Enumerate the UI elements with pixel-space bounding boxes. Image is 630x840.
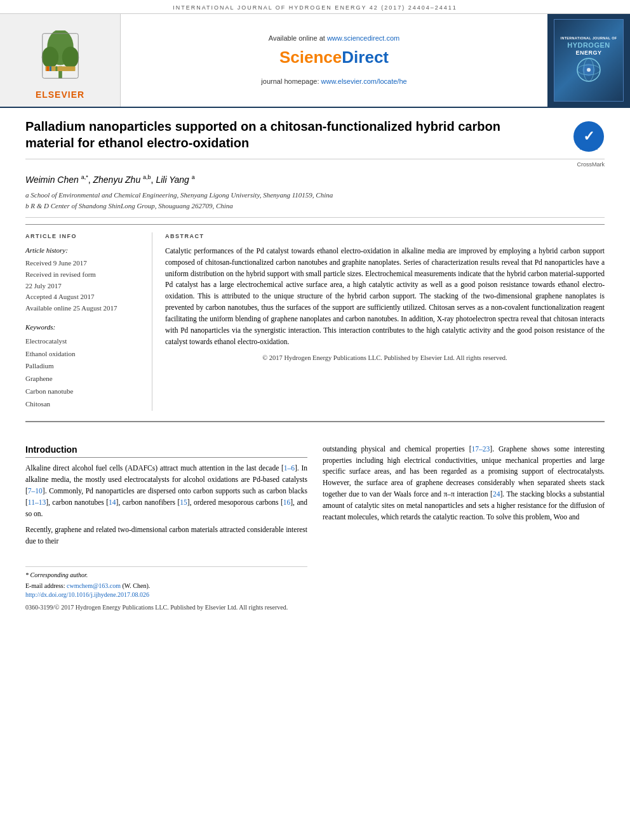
author-lili-sup: a	[192, 174, 195, 180]
svg-rect-7	[51, 66, 55, 71]
elsevier-brand: ELSEVIER	[36, 86, 84, 102]
top-banner: International Journal of Hydrogen Energy…	[0, 0, 630, 14]
keyword-4: Graphene	[25, 373, 142, 385]
direct-text: Direct	[342, 48, 389, 67]
authors-line: Weimin Chen a,*, Zhenyu Zhu a,b, Lili Ya…	[25, 173, 605, 186]
affiliation-b: b R & D Center of Shandong ShinLong Grou…	[25, 201, 605, 211]
doi-line: http://dx.doi.org/10.1016/j.ijhydene.201…	[25, 590, 307, 599]
available-date: Available online 25 August 2017	[25, 303, 142, 314]
introduction-heading: Introduction	[25, 444, 307, 458]
available-online-text: Available online at www.sciencedirect.co…	[269, 34, 399, 43]
abstract-label: Abstract	[165, 232, 605, 241]
sciencedirect-url[interactable]: www.sciencedirect.com	[327, 34, 399, 42]
copyright-text: © 2017 Hydrogen Energy Publications LLC.…	[165, 354, 605, 363]
svg-rect-6	[50, 66, 51, 71]
sciencedirect-section: Available online at www.sciencedirect.co…	[121, 14, 547, 107]
intro-paragraph-2: Recently, graphene and related two-dimen…	[25, 524, 307, 547]
ref-14[interactable]: 14	[109, 498, 116, 506]
journal-homepage-text: journal homepage: www.elsevier.com/locat…	[261, 77, 406, 86]
journal-title: International Journal of Hydrogen Energy…	[0, 4, 630, 12]
separator-1	[25, 217, 605, 218]
ref-15[interactable]: 15	[180, 498, 187, 506]
author-lili: Lili Yang	[156, 175, 189, 185]
journal-cover-graphic	[570, 57, 608, 83]
svg-rect-5	[46, 66, 49, 71]
keyword-5: Carbon nanotube	[25, 385, 142, 398]
author-zhenyu: Zhenyu Zhu	[93, 175, 140, 185]
email-line: E-mail address: cwmchem@163.com (W. Chen…	[25, 582, 307, 590]
separator-2	[25, 421, 605, 422]
footer-notes: * Corresponding author. E-mail address: …	[25, 566, 307, 612]
abstract-section: Abstract Catalytic performances of the P…	[165, 232, 605, 410]
right-paragraph-1: outstanding physical and chemical proper…	[323, 444, 605, 523]
right-column: outstanding physical and chemical proper…	[323, 444, 605, 612]
journal-homepage-url[interactable]: www.elsevier.com/locate/he	[321, 77, 407, 85]
journal-cover: INTERNATIONAL JOURNAL OF HYDROGEN ENERGY	[554, 19, 624, 102]
ref-24[interactable]: 24	[493, 490, 500, 498]
received-date: Received 9 June 2017	[25, 258, 142, 269]
author-zhenyu-sup: a,b	[143, 174, 151, 180]
elsevier-tree-icon	[38, 30, 83, 81]
affiliations: a School of Environmental and Chemical E…	[25, 190, 605, 211]
revised-label: Received in revised form	[25, 269, 142, 281]
elsevier-logo-section: ELSEVIER	[0, 14, 121, 107]
sciencedirect-logo: ScienceDirect	[279, 46, 389, 69]
ref-11-13[interactable]: 11–13	[28, 498, 46, 506]
journal-cover-title: INTERNATIONAL JOURNAL OF HYDROGEN ENERGY	[558, 34, 620, 86]
svg-point-14	[587, 68, 591, 72]
left-column: Introduction Alkaline direct alcohol fue…	[25, 444, 307, 612]
ref-17-23[interactable]: 17–23	[472, 445, 490, 453]
keywords-label: Keywords:	[25, 323, 142, 332]
keywords-section: Keywords: Electrocatalyst Ethanol oxidat…	[25, 323, 142, 410]
email-label: E-mail address:	[25, 582, 65, 589]
affiliation-a: a School of Environmental and Chemical E…	[25, 190, 605, 201]
article-body: Article Info Article history: Received 9…	[25, 224, 605, 410]
body-columns: Introduction Alkaline direct alcohol fue…	[25, 444, 605, 612]
email-suffix: (W. Chen).	[123, 582, 151, 589]
email-link[interactable]: cwmchem@163.com	[67, 582, 121, 589]
footer-issn: 0360-3199/© 2017 Hydrogen Energy Publica…	[25, 603, 307, 612]
main-content: Palladium nanoparticles supported on a c…	[0, 108, 630, 625]
article-history: Article history: Received 9 June 2017 Re…	[25, 246, 142, 314]
intro-paragraph-1: Alkaline direct alcohol fuel cells (ADAF…	[25, 463, 307, 519]
article-title-section: Palladium nanoparticles supported on a c…	[25, 118, 605, 159]
abstract-text: Catalytic performances of the Pd catalys…	[165, 246, 605, 347]
elsevier-name: ELSEVIER	[36, 89, 84, 102]
accepted-date: Accepted 4 August 2017	[25, 291, 142, 303]
article-info-label: Article Info	[25, 232, 142, 241]
revised-date: 22 July 2017	[25, 281, 142, 292]
keyword-1: Electrocatalyst	[25, 335, 142, 348]
svg-rect-8	[55, 66, 57, 71]
keyword-6: Chitosan	[25, 398, 142, 411]
keyword-3: Palladium	[25, 360, 142, 373]
corresponding-author-note: * Corresponding author.	[25, 571, 307, 580]
ref-1-6[interactable]: 1–6	[284, 464, 295, 472]
keyword-2: Ethanol oxidation	[25, 348, 142, 361]
ref-7-10[interactable]: 7–10	[28, 487, 43, 495]
science-text: Science	[279, 48, 342, 67]
svg-point-2	[41, 46, 58, 68]
header: ELSEVIER Available online at www.science…	[0, 14, 630, 108]
history-title: Article history:	[25, 246, 142, 255]
crossmark-label: CrossMark	[25, 161, 605, 169]
ref-16[interactable]: 16	[283, 498, 291, 506]
doi-link[interactable]: http://dx.doi.org/10.1016/j.ijhydene.201…	[25, 591, 149, 598]
crossmark-icon[interactable]: ✓ CrossMark	[573, 121, 605, 152]
svg-point-3	[62, 46, 78, 68]
svg-text:CrossMark: CrossMark	[579, 147, 598, 150]
author-weimin-sup: a,*	[81, 174, 88, 180]
svg-text:✓: ✓	[583, 128, 594, 144]
author-weimin: Weimin Chen	[25, 175, 79, 185]
article-info-panel: Article Info Article history: Received 9…	[25, 232, 152, 410]
journal-cover-section: INTERNATIONAL JOURNAL OF HYDROGEN ENERGY	[547, 14, 630, 107]
article-title: Palladium nanoparticles supported on a c…	[25, 118, 546, 151]
